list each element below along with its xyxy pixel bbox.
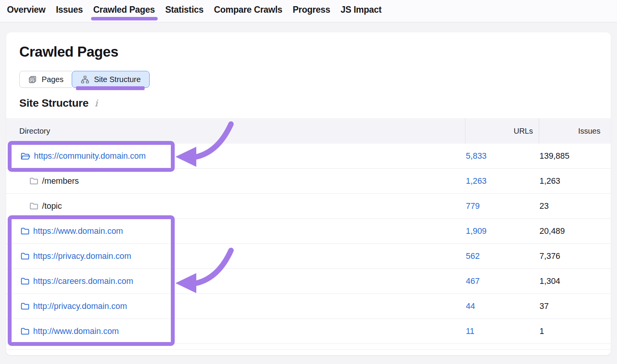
issues-value: 7,376 xyxy=(539,252,560,261)
site-structure-toggle-label: Site Structure xyxy=(94,75,141,84)
directory-cell: https://privacy.domain.com xyxy=(6,252,465,261)
urls-cell: 11 xyxy=(465,327,539,336)
urls-cell: 562 xyxy=(465,252,539,261)
table-end-divider xyxy=(6,344,611,350)
info-icon[interactable]: i xyxy=(94,99,97,108)
issues-cell: 37 xyxy=(539,302,611,311)
toggle-underline-annotation xyxy=(76,86,145,90)
issues-cell: 1 xyxy=(539,327,611,336)
section-title: Site Structure i xyxy=(19,97,98,109)
directory-text[interactable]: https://careers.domain.com xyxy=(33,277,133,286)
urls-value[interactable]: 11 xyxy=(466,327,474,336)
crawled-pages-card: Crawled Pages Pages xyxy=(6,32,611,355)
issues-cell: 139,885 xyxy=(539,151,611,161)
section-title-text: Site Structure xyxy=(19,97,88,109)
directory-text[interactable]: http://privacy.domain.com xyxy=(33,302,127,311)
site-structure-icon xyxy=(81,75,89,84)
folder-icon xyxy=(20,252,30,260)
urls-value[interactable]: 5,833 xyxy=(466,151,487,161)
folder-icon xyxy=(29,202,39,210)
directory-text: /members xyxy=(42,176,79,186)
nav-tab[interactable]: Progress xyxy=(293,5,330,15)
directory-text: /topic xyxy=(42,201,62,211)
folder-icon xyxy=(20,227,30,235)
column-header-directory: Directory xyxy=(6,118,465,144)
urls-value[interactable]: 562 xyxy=(466,252,480,261)
column-header-urls: URLs xyxy=(465,118,539,144)
folder-icon xyxy=(20,302,30,310)
column-header-issues: Issues xyxy=(539,118,611,144)
nav-tab[interactable]: Statistics xyxy=(165,5,203,15)
urls-value[interactable]: 779 xyxy=(466,201,480,211)
issues-cell: 23 xyxy=(539,201,611,211)
urls-value[interactable]: 44 xyxy=(466,302,475,311)
pages-toggle-button[interactable]: Pages xyxy=(19,71,72,88)
urls-cell: 779 xyxy=(465,201,539,211)
issues-value: 1,263 xyxy=(539,176,560,186)
issues-cell: 1,304 xyxy=(539,277,611,286)
table-body: https://community.domain.com 5,833 139,8… xyxy=(6,144,611,344)
folder-icon xyxy=(20,327,30,335)
directory-text[interactable]: https://privacy.domain.com xyxy=(33,252,131,261)
table-row: https://privacy.domain.com 562 7,376 xyxy=(6,244,611,269)
table-row: https://community.domain.com 5,833 139,8… xyxy=(6,144,611,169)
urls-cell: 1,909 xyxy=(465,226,539,236)
issues-cell: 1,263 xyxy=(539,176,611,186)
directory-cell: https://www.domain.com xyxy=(6,226,465,236)
directory-text[interactable]: http://www.domain.com xyxy=(33,327,119,336)
issues-value: 23 xyxy=(539,201,549,211)
nav-tab[interactable]: JS Impact xyxy=(341,5,381,15)
table-row: http://privacy.domain.com 44 37 xyxy=(6,294,611,319)
table-row: http://www.domain.com 11 1 xyxy=(6,319,611,344)
urls-cell: 44 xyxy=(465,302,539,311)
pages-toggle-label: Pages xyxy=(42,75,64,84)
folder-icon xyxy=(20,277,30,285)
table-header: Directory URLs Issues xyxy=(6,118,611,144)
nav-tab[interactable]: Overview xyxy=(7,5,46,15)
pages-icon xyxy=(28,75,37,84)
issues-value: 1,304 xyxy=(539,277,560,286)
page-title: Crawled Pages xyxy=(19,44,118,60)
site-structure-toggle-button[interactable]: Site Structure xyxy=(72,71,150,88)
urls-cell: 467 xyxy=(465,277,539,286)
issues-value: 37 xyxy=(539,302,549,311)
table-row: https://careers.domain.com 467 1,304 xyxy=(6,269,611,294)
directory-text[interactable]: https://www.domain.com xyxy=(33,226,123,236)
top-nav-bar: OverviewIssuesCrawled PagesStatisticsCom… xyxy=(0,0,617,22)
nav-tab[interactable]: Crawled Pages xyxy=(93,5,155,15)
urls-value[interactable]: 1,909 xyxy=(466,226,487,236)
site-structure-table: Directory URLs Issues https://community.… xyxy=(6,118,611,350)
nav-tab[interactable]: Compare Crawls xyxy=(214,5,282,15)
directory-cell: https://community.domain.com xyxy=(6,151,465,161)
folder-icon xyxy=(29,177,39,185)
directory-cell: /members xyxy=(6,176,465,186)
issues-value: 1 xyxy=(539,327,544,336)
directory-cell: http://privacy.domain.com xyxy=(6,302,465,311)
directory-text[interactable]: https://community.domain.com xyxy=(34,151,146,161)
nav-tab[interactable]: Issues xyxy=(56,5,83,15)
urls-cell: 1,263 xyxy=(465,176,539,186)
folder-open-icon xyxy=(20,152,30,160)
view-toggle: Pages Site Structure xyxy=(19,71,150,88)
issues-cell: 7,376 xyxy=(539,252,611,261)
issues-value: 20,489 xyxy=(539,226,565,236)
urls-value[interactable]: 467 xyxy=(466,277,480,286)
urls-value[interactable]: 1,263 xyxy=(466,176,487,186)
table-row: /members 1,263 1,263 xyxy=(6,169,611,194)
directory-cell: http://www.domain.com xyxy=(6,327,465,336)
directory-cell: /topic xyxy=(6,201,465,211)
urls-cell: 5,833 xyxy=(465,151,539,161)
table-row: https://www.domain.com 1,909 20,489 xyxy=(6,219,611,244)
issues-value: 139,885 xyxy=(539,151,570,161)
table-row: /topic 779 23 xyxy=(6,194,611,219)
issues-cell: 20,489 xyxy=(539,226,611,236)
directory-cell: https://careers.domain.com xyxy=(6,277,465,286)
